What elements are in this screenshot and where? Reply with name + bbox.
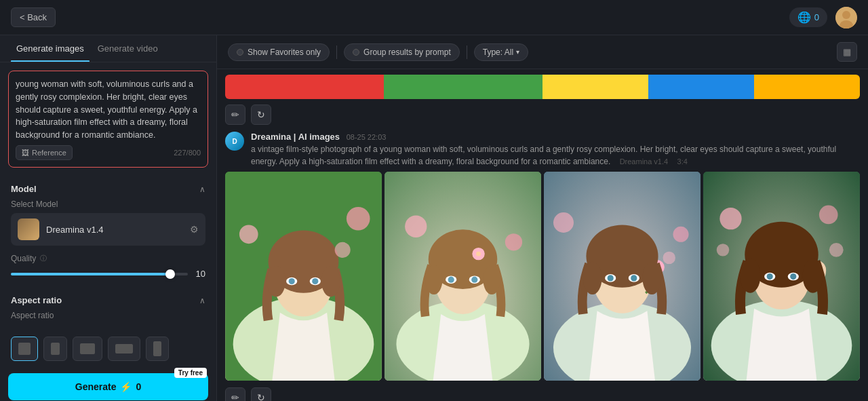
aspect-ratio-title: Aspect ratio xyxy=(11,295,62,305)
model-section-header: Model ∧ xyxy=(0,176,216,199)
aspect-ratio-label: Aspect ratio xyxy=(0,311,216,328)
model-name: Dreamina v1.4 xyxy=(46,225,183,235)
quality-slider-track[interactable] xyxy=(11,273,188,275)
svg-point-5 xyxy=(321,265,340,297)
topbar-right: 🌐 0 xyxy=(789,7,857,28)
color-seg-6 xyxy=(490,75,542,99)
svg-point-21 xyxy=(476,252,481,256)
tab-generate-video[interactable]: Generate video xyxy=(92,35,163,62)
svg-point-11 xyxy=(347,207,370,231)
quality-row: Quality ⓘ 10 xyxy=(0,251,216,287)
globe-icon: 🌐 xyxy=(797,11,811,24)
model-item[interactable]: Dreamina v1.4 ⚙ xyxy=(11,213,205,246)
image-svg-1 xyxy=(225,172,382,381)
aspect-shape-tall xyxy=(153,341,161,356)
svg-point-35 xyxy=(583,262,602,294)
color-strip xyxy=(225,75,860,99)
refresh-icon: ↻ xyxy=(257,109,265,120)
aspect-shape-portrait xyxy=(51,343,60,355)
quality-label: Quality xyxy=(11,254,36,263)
image-cell-1[interactable] xyxy=(225,172,382,381)
top-action-row: ✏ ↻ xyxy=(225,104,860,125)
svg-point-40 xyxy=(631,275,637,281)
color-seg-9 xyxy=(648,75,701,99)
color-seg-5 xyxy=(437,75,490,99)
image-cell-3[interactable] xyxy=(544,172,701,381)
color-seg-4 xyxy=(384,75,437,99)
svg-point-24 xyxy=(448,277,454,283)
quality-value: 10 xyxy=(195,269,205,279)
result-group-header: D Dreamina | AI images 08-25 22:03 a vin… xyxy=(225,132,860,168)
result-header-line: Dreamina | AI images 08-25 22:03 xyxy=(251,132,860,142)
group-by-prompt-toggle[interactable]: Group results by prompt xyxy=(344,43,460,61)
image-cell-4[interactable] xyxy=(703,172,860,381)
aspect-btn-tall[interactable] xyxy=(146,337,169,361)
refresh-icon-btn-bottom[interactable]: ↻ xyxy=(251,387,271,401)
edit-icon-btn-top[interactable]: ✏ xyxy=(225,104,245,125)
svg-point-53 xyxy=(767,273,773,280)
result-user-avatar: D xyxy=(225,132,244,151)
color-seg-11 xyxy=(754,75,807,99)
color-seg-8 xyxy=(595,75,648,99)
group-by-prompt-label: Group results by prompt xyxy=(363,47,451,57)
image-svg-2 xyxy=(384,172,541,381)
aspect-btn-portrait[interactable] xyxy=(43,337,67,361)
char-count: 227/800 xyxy=(174,149,201,157)
result-timestamp: 08-25 22:03 xyxy=(347,133,387,141)
svg-point-50 xyxy=(803,259,823,293)
aspect-btn-wide[interactable] xyxy=(108,337,140,361)
credits-badge: 🌐 0 xyxy=(789,7,827,27)
back-button[interactable]: < Back xyxy=(11,7,56,27)
svg-point-49 xyxy=(740,259,760,293)
color-seg-7 xyxy=(542,75,595,99)
svg-point-25 xyxy=(471,277,477,283)
svg-point-39 xyxy=(608,275,614,281)
result-prompt-content: a vintage film-style photograph of a you… xyxy=(251,145,836,166)
aspect-ratio-section-header: Aspect ratio ∧ xyxy=(0,287,216,311)
topbar: < Back 🌐 0 xyxy=(0,0,868,35)
type-label: Type: All xyxy=(483,47,513,57)
model-chevron-icon[interactable]: ∧ xyxy=(199,185,205,194)
edit-icon: ✏ xyxy=(231,109,239,120)
edit-icon-btn-bottom[interactable]: ✏ xyxy=(225,387,245,401)
prompt-input[interactable] xyxy=(16,78,201,139)
refresh-icon-bottom: ↻ xyxy=(257,392,265,401)
reference-label: Reference xyxy=(32,149,66,157)
layout-icon-btn[interactable]: ▦ xyxy=(837,42,857,62)
aspect-btn-landscape[interactable] xyxy=(73,337,102,361)
generate-label: Generate xyxy=(75,381,117,392)
image-cell-2[interactable] xyxy=(384,172,541,381)
color-seg-12 xyxy=(807,75,860,99)
color-seg-10 xyxy=(701,75,754,99)
aspect-btn-square[interactable] xyxy=(11,337,38,361)
panel-tabs: Generate images Generate video xyxy=(0,35,216,62)
right-panel: Show Favorites only Group results by pro… xyxy=(217,35,868,401)
svg-point-58 xyxy=(717,244,729,256)
color-seg-1 xyxy=(225,75,278,99)
avatar[interactable] xyxy=(835,7,857,28)
back-label: < Back xyxy=(20,12,47,22)
show-favorites-toggle[interactable]: Show Favorites only xyxy=(228,43,330,61)
type-select[interactable]: Type: All ▾ xyxy=(474,43,528,61)
aspect-shape-wide xyxy=(115,344,133,354)
refresh-icon-btn-top[interactable]: ↻ xyxy=(251,104,271,125)
prompt-footer: 🖼 Reference 227/800 xyxy=(16,145,201,160)
main-layout: Generate images Generate video 🖼 Referen… xyxy=(0,35,868,401)
tab-generate-images[interactable]: Generate images xyxy=(11,35,90,62)
aspect-ratio-chevron-icon[interactable]: ∧ xyxy=(199,296,205,305)
svg-point-55 xyxy=(719,208,741,229)
bolt-icon: ⚡ xyxy=(120,381,132,392)
aspect-shape-landscape xyxy=(80,343,95,354)
image-svg-3 xyxy=(544,172,701,381)
result-ratio-info: 3:4 xyxy=(677,157,688,166)
model-settings-icon[interactable]: ⚙ xyxy=(190,224,199,235)
quality-slider-thumb[interactable] xyxy=(165,269,175,279)
image-svg-4 xyxy=(703,172,860,381)
quality-slider-row: 10 xyxy=(11,269,205,279)
aspect-buttons xyxy=(0,332,216,365)
generate-credits: 0 xyxy=(136,381,141,392)
svg-point-56 xyxy=(819,206,838,225)
reference-button[interactable]: 🖼 Reference xyxy=(16,145,73,160)
color-seg-3 xyxy=(331,75,384,99)
content-toolbar: Show Favorites only Group results by pro… xyxy=(217,35,868,69)
